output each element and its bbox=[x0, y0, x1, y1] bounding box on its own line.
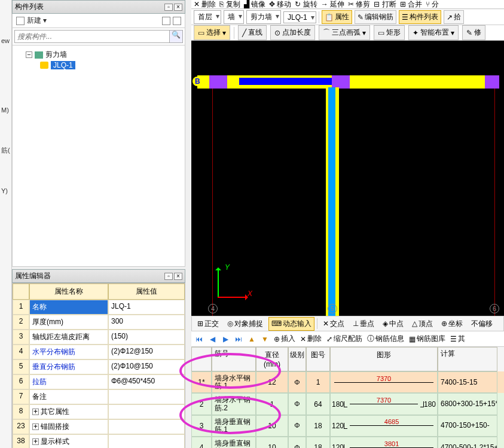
prop-row[interactable]: 5垂直分布钢筋(2)Φ10@150 bbox=[13, 359, 185, 374]
folder-icon bbox=[35, 51, 43, 59]
rebar-row[interactable]: 2墙身水平钢筋.21Φ6418073701806800+300-15+15*d bbox=[191, 393, 504, 415]
copy-button[interactable]: ⎘ 复制 bbox=[219, 0, 240, 9]
floor-combo[interactable]: 首层 bbox=[194, 10, 221, 24]
merge-button[interactable]: ⊞ 合并 bbox=[400, 0, 422, 9]
prop-row[interactable]: 8+其它属性 bbox=[13, 404, 185, 419]
ortho-toggle[interactable]: ⊞ 正交 bbox=[194, 317, 222, 331]
insert-button[interactable]: ⊕ 插入 bbox=[274, 334, 295, 344]
prop-row[interactable]: 3轴线距左墙皮距离(150) bbox=[13, 330, 185, 345]
nav-first[interactable]: ⏮ bbox=[195, 335, 203, 343]
search-input[interactable] bbox=[14, 30, 170, 43]
snap-apex[interactable]: △ 顶点 bbox=[409, 317, 436, 331]
rect-button[interactable]: ▭矩形 bbox=[374, 25, 405, 40]
panel-title: 构件列表 bbox=[15, 2, 44, 12]
rebar-lib-button[interactable]: ▦ 钢筋图库 bbox=[409, 334, 445, 344]
dyninput-toggle[interactable]: ⌨ 动态输入 bbox=[268, 317, 314, 331]
member-icon bbox=[40, 62, 48, 69]
grid-4: 4 bbox=[208, 304, 218, 313]
scale-rebar-button[interactable]: ⤢ 缩尺配筋 bbox=[326, 334, 362, 344]
col-name: 属性名称 bbox=[29, 284, 108, 300]
property-button[interactable]: 📋属性 bbox=[322, 10, 352, 24]
mirror-button[interactable]: ▟ 镜像 bbox=[244, 0, 265, 9]
prop-row[interactable]: 1名称JLQ-1 bbox=[13, 300, 185, 315]
rebar-info-button[interactable]: ⓘ 钢筋信息 bbox=[367, 334, 404, 344]
property-editor-header: 属性编辑器 ▫ × bbox=[12, 269, 185, 283]
col-tuhao: 图号 bbox=[306, 347, 330, 371]
rebar-row[interactable]: 3墙身垂直钢筋.110Φ1812046854700-150+150- bbox=[191, 415, 504, 437]
col-shape: 图形 bbox=[330, 347, 438, 371]
new-doc-icon bbox=[16, 17, 25, 25]
wall-vertical[interactable] bbox=[326, 87, 339, 316]
subcategory-combo[interactable]: 剪力墙 bbox=[246, 10, 281, 24]
pin-icon[interactable]: ▫ bbox=[164, 4, 173, 11]
select-button[interactable]: ▭选择▾ bbox=[194, 25, 230, 40]
gridline bbox=[212, 89, 213, 316]
osnap-toggle[interactable]: ◎ 对象捕捉 bbox=[224, 317, 266, 331]
close-icon[interactable]: × bbox=[174, 273, 182, 280]
gridline bbox=[494, 89, 495, 316]
snap-intersection[interactable]: ✕ 交点 bbox=[320, 317, 347, 331]
category-combo[interactable]: 墙 bbox=[224, 10, 244, 24]
break-button[interactable]: ⊟ 打断 bbox=[374, 0, 396, 9]
delete-button[interactable]: ✕ 删除 bbox=[194, 0, 216, 9]
drawing-viewport[interactable]: B Y X 4 5 6 bbox=[191, 41, 504, 316]
point-extend-button[interactable]: ⊙点加长度 bbox=[270, 25, 315, 40]
search-button[interactable]: 🔍 bbox=[170, 30, 183, 43]
prop-row[interactable]: 6拉筋Φ6@450*450 bbox=[13, 374, 185, 389]
gutter-label: Y) bbox=[0, 186, 11, 196]
split-button[interactable]: ⑂ 分 bbox=[426, 0, 439, 9]
snap-perpendicular[interactable]: ⊥ 垂点 bbox=[350, 317, 377, 331]
prop-row[interactable]: 4水平分布钢筋(2)Φ12@150 bbox=[13, 345, 185, 359]
rebar-toolbar: ⏮ ◀ ▶ ⏭ ▲ ▼ ⊕ 插入 ✕ 删除 ⤢ 缩尺配筋 ⓘ 钢筋信息 ▦ 钢筋… bbox=[191, 331, 504, 347]
nav-down[interactable]: ▼ bbox=[261, 335, 269, 343]
line-button[interactable]: ╱直线 bbox=[238, 25, 267, 40]
member-tree[interactable]: − 剪力墙 JLQ-1 bbox=[12, 45, 185, 267]
prop-row[interactable]: 23+锚固搭接 bbox=[13, 419, 185, 434]
snap-midpoint[interactable]: ◈ 中点 bbox=[380, 317, 407, 331]
pin-icon[interactable]: ▫ bbox=[164, 273, 173, 280]
prop-row[interactable]: 7备注 bbox=[13, 389, 185, 404]
gutter-label: ew bbox=[0, 36, 11, 45]
copy-icon[interactable] bbox=[162, 17, 170, 25]
trim-button[interactable]: ✂ 修剪 bbox=[348, 0, 370, 9]
prop-title: 属性编辑器 bbox=[15, 271, 51, 281]
close-icon[interactable]: × bbox=[174, 4, 182, 11]
rebar-row[interactable]: 4墙身垂直钢筋.210Φ1812038014700-500-1.2*15+12*… bbox=[191, 437, 504, 448]
node-b-badge: B bbox=[193, 77, 203, 86]
nav-next[interactable]: ▶ bbox=[221, 335, 230, 343]
delete-row-button[interactable]: ✕ 删除 bbox=[300, 334, 322, 344]
tree-root-label[interactable]: 剪力墙 bbox=[45, 50, 67, 60]
three-arc-button[interactable]: ⌒三点画弧▾ bbox=[319, 25, 370, 40]
move-button[interactable]: ✥ 移动 bbox=[269, 0, 291, 9]
nav-up[interactable]: ▲ bbox=[248, 335, 256, 343]
extend-button[interactable]: → 延伸 bbox=[321, 0, 344, 9]
rotate-button[interactable]: ↻ 旋转 bbox=[295, 0, 317, 9]
prop-row[interactable]: 38+显示样式 bbox=[13, 434, 185, 448]
tree-collapse-icon[interactable]: − bbox=[26, 51, 32, 58]
noshift-label[interactable]: 不偏移 bbox=[468, 317, 496, 331]
smart-layout-button[interactable]: ✦智能布置▾ bbox=[408, 25, 459, 40]
new-button[interactable]: 新建 bbox=[27, 16, 47, 26]
pick-button[interactable]: ↗拾 bbox=[444, 10, 464, 24]
context-bar: 首层 墙 剪力墙 JLQ-1 📋属性 ✎编辑钢筋 ☰构件列表 ↗拾 bbox=[191, 10, 504, 25]
edit-toolbar: ✕ 删除 ⎘ 复制 ▟ 镜像 ✥ 移动 ↻ 旋转 → 延伸 ✂ 修剪 ⊟ 打断 … bbox=[191, 0, 504, 9]
col-diameter: 直径(mm) bbox=[256, 347, 288, 371]
copy2-icon[interactable] bbox=[173, 17, 181, 25]
other-button[interactable]: ☰ 其 bbox=[450, 334, 465, 344]
nav-last[interactable]: ⏭ bbox=[234, 335, 243, 343]
rebar-table[interactable]: 筋号 直径(mm) 级别 图号 图形 计算 1*墙身水平钢筋.112Φ17370… bbox=[191, 347, 504, 448]
wall-horizontal[interactable] bbox=[197, 75, 499, 89]
property-grid[interactable]: 属性名称 属性值 1名称JLQ-12厚度(mm)3003轴线距左墙皮距离(150… bbox=[12, 283, 185, 448]
edit-button[interactable]: ✎修 bbox=[462, 25, 485, 40]
tree-member-jlq1[interactable]: JLQ-1 bbox=[51, 61, 75, 69]
edit-rebar-button[interactable]: ✎编辑钢筋 bbox=[355, 10, 396, 24]
axis-x-label: X bbox=[248, 289, 252, 298]
axis-x bbox=[218, 297, 248, 298]
col-value: 属性值 bbox=[108, 284, 185, 300]
rebar-row[interactable]: 1*墙身水平钢筋.112Φ173707400-15-15 bbox=[191, 371, 504, 393]
nav-prev[interactable]: ◀ bbox=[208, 335, 216, 343]
prop-row[interactable]: 2厚度(mm)300 bbox=[13, 315, 185, 330]
member-combo[interactable]: JLQ-1 bbox=[283, 11, 316, 23]
member-list-button[interactable]: ☰构件列表 bbox=[399, 10, 441, 24]
coord-toggle[interactable]: ⊕ 坐标 bbox=[438, 317, 466, 331]
